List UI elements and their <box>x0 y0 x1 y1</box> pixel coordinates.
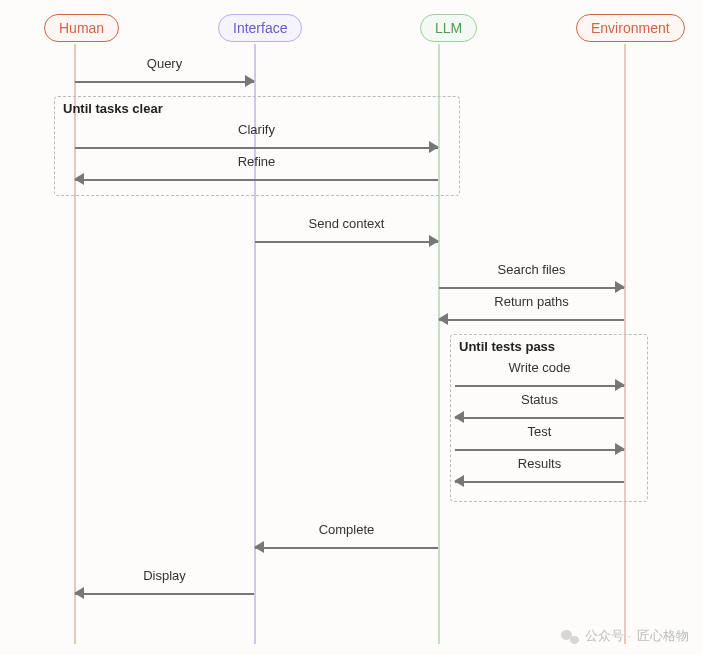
arrow-return-paths: Return paths <box>439 310 624 328</box>
frame-title: Until tasks clear <box>63 101 163 116</box>
message-label: Send context <box>255 216 438 231</box>
message-label: Query <box>75 56 254 71</box>
message-label: Search files <box>439 262 624 277</box>
actor-interface: Interface <box>218 14 302 42</box>
arrow-display: Display <box>75 584 254 602</box>
message-label: Complete <box>255 522 438 537</box>
arrow-refine: Refine <box>75 170 438 188</box>
message-label: Results <box>455 456 624 471</box>
watermark: 公众号 · 匠心格物 <box>561 627 689 645</box>
watermark-prefix: 公众号 · <box>585 627 631 645</box>
arrow-complete: Complete <box>255 538 438 556</box>
arrow-query: Query <box>75 72 254 90</box>
message-label: Refine <box>75 154 438 169</box>
message-label: Status <box>455 392 624 407</box>
message-label: Test <box>455 424 624 439</box>
actor-environment: Environment <box>576 14 685 42</box>
message-label: Write code <box>455 360 624 375</box>
watermark-name: 匠心格物 <box>637 627 689 645</box>
message-label: Display <box>75 568 254 583</box>
frame-title: Until tests pass <box>459 339 555 354</box>
arrow-results: Results <box>455 472 624 490</box>
actor-llm: LLM <box>420 14 477 42</box>
actor-human: Human <box>44 14 119 42</box>
wechat-icon <box>561 629 579 644</box>
sequence-diagram: Human Interface LLM Environment Query Un… <box>0 0 703 655</box>
message-label: Clarify <box>75 122 438 137</box>
message-label: Return paths <box>439 294 624 309</box>
arrow-send-context: Send context <box>255 232 438 250</box>
